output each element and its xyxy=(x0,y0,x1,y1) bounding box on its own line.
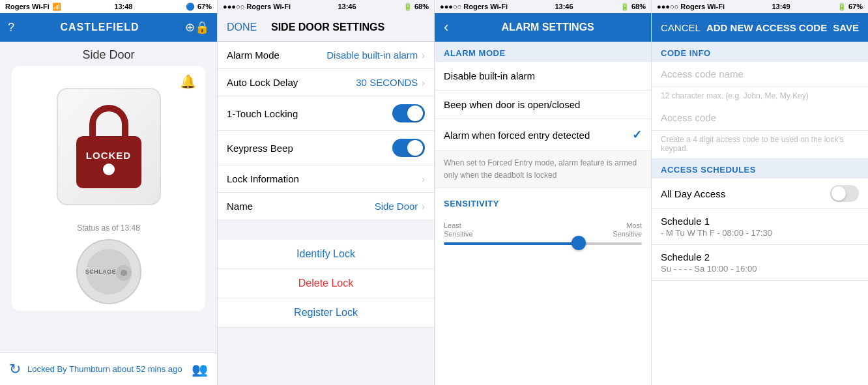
alarm-warning-text: When set to Forced Entry mode, alarm fea… xyxy=(444,158,637,180)
one-touch-item[interactable]: 1-Touch Locking xyxy=(218,96,434,131)
lock-case: LOCKED xyxy=(76,136,141,188)
schedule-2-name: Schedule 2 xyxy=(661,251,859,263)
lock-body: LOCKED xyxy=(76,105,141,188)
access-code-input[interactable] xyxy=(661,112,859,123)
lock-shackle xyxy=(89,105,128,137)
lock-information-item[interactable]: Lock Information › xyxy=(218,165,434,193)
lock-status-text: Locked By Thumbturn about 52 mins ago xyxy=(27,364,185,374)
alarm-option-beep-label: Beep when door is open/closed xyxy=(444,99,642,110)
alarm-mode-value: Disable built-in alarm xyxy=(326,50,418,61)
save-button[interactable]: SAVE xyxy=(833,22,859,33)
cancel-button[interactable]: CANCEL xyxy=(661,22,701,33)
done-button[interactable]: DONE xyxy=(227,21,257,33)
alarm-mode-section-title: ALARM MODE xyxy=(444,48,506,58)
one-touch-label: 1-Touch Locking xyxy=(227,108,392,119)
bell-icon[interactable]: 🔔 xyxy=(180,74,196,89)
refresh-icon[interactable]: ↻ xyxy=(9,361,21,378)
code-info-header: CODE INFO xyxy=(652,42,868,62)
name-item[interactable]: Name Side Door › xyxy=(218,193,434,220)
settings-list: Alarm Mode Disable built-in alarm › Auto… xyxy=(218,42,434,385)
register-lock-button[interactable]: Register Lock xyxy=(218,298,434,328)
keypress-beep-toggle[interactable] xyxy=(392,139,425,157)
schedule-2-detail: Su - - - - Sa 10:00 - 16:00 xyxy=(661,264,859,274)
lock-card: 🔔 LOCKED Status as of 13:48 SCHLAGE xyxy=(12,66,205,311)
locked-label: LOCKED xyxy=(86,150,131,161)
battery-4: 🔋 67% xyxy=(837,3,863,11)
keypad-dot-container xyxy=(116,265,132,281)
time-3: 13:46 xyxy=(555,3,573,10)
panel-side-door-settings: ●●●○○ Rogers Wi-Fi 13:46 🔋 68% DONE SIDE… xyxy=(217,0,434,385)
access-code-name-field[interactable] xyxy=(652,62,868,87)
keypad-brand: SCHLAGE xyxy=(86,249,132,294)
keypress-beep-item[interactable]: Keypress Beep xyxy=(218,131,434,165)
name-value: Side Door xyxy=(375,201,418,212)
time-1: 13:48 xyxy=(114,3,132,10)
bottom-bar: ↻ Locked By Thumbturn about 52 mins ago … xyxy=(0,352,217,385)
access-code-name-input[interactable] xyxy=(661,68,859,79)
status-bar-1: Rogers Wi-Fi 📶 13:48 🔵 67% xyxy=(0,0,217,13)
all-day-access-item[interactable]: All Day Access xyxy=(652,178,868,209)
lock-info-label: Lock Information xyxy=(227,173,422,184)
slider-thumb[interactable] xyxy=(571,236,586,250)
chevron-icon-lockinfo: › xyxy=(422,174,425,184)
code-name-hint: 12 character max. (e.g. John, Me, My Key… xyxy=(652,87,868,106)
people-icon[interactable]: 👥 xyxy=(192,362,208,377)
sensitivity-title: SENSITIVITY xyxy=(444,199,499,208)
alarm-option-forced-label: Alarm when forced entry detected xyxy=(444,130,632,141)
add-code-title: ADD NEW ACCESS CODE xyxy=(706,22,827,33)
alarm-title: ALARM SETTINGS xyxy=(454,21,642,33)
settings-title: SIDE DOOR SETTINGS xyxy=(271,21,384,33)
panel-add-access-code: ●●●○○ Rogers Wi-Fi 13:49 🔋 67% CANCEL AD… xyxy=(651,0,868,385)
access-code-field[interactable] xyxy=(652,106,868,131)
alarm-option-disable[interactable]: Disable built-in alarm xyxy=(435,62,651,91)
bluetooth-icon-1: 🔵 xyxy=(186,3,195,11)
all-day-label: All Day Access xyxy=(661,188,725,199)
status-bar-left: Rogers Wi-Fi 📶 xyxy=(5,3,61,11)
panel-home: Rogers Wi-Fi 📶 13:48 🔵 67% ? CASTLEFIELD… xyxy=(0,0,217,385)
access-schedules-title: ACCESS SCHEDULES xyxy=(661,165,756,175)
alarm-option-forced[interactable]: Alarm when forced entry detected ✓ xyxy=(435,119,651,151)
name-label: Name xyxy=(227,201,375,212)
settings-nav: DONE SIDE DOOR SETTINGS xyxy=(218,13,434,42)
schedule-2-item[interactable]: Schedule 2 Su - - - - Sa 10:00 - 16:00 xyxy=(652,245,868,281)
add-lock-icon[interactable]: ⊕🔒 xyxy=(185,20,209,35)
identify-lock-button[interactable]: Identify Lock xyxy=(218,240,434,269)
status-bar-right-1: 🔵 67% xyxy=(186,3,212,11)
sensitivity-slider[interactable] xyxy=(444,242,642,245)
delete-lock-button[interactable]: Delete Lock xyxy=(218,269,434,298)
wifi-icon-1: 📶 xyxy=(52,3,61,11)
battery-1: 67% xyxy=(197,3,212,10)
auto-lock-label: Auto Lock Delay xyxy=(227,77,356,88)
toggle-knob-2 xyxy=(407,140,423,156)
register-lock-label: Register Lock xyxy=(294,307,358,318)
sensitivity-least: LeastSensitive xyxy=(444,221,473,238)
keypad-dot xyxy=(116,265,132,281)
panel-alarm-settings: ●●●○○ Rogers Wi-Fi 13:46 🔋 68% ‹ ALARM S… xyxy=(434,0,651,385)
auto-lock-item[interactable]: Auto Lock Delay 30 SECONDS › xyxy=(218,69,434,96)
carrier-2: ●●●○○ Rogers Wi-Fi xyxy=(223,3,291,10)
alarm-option-beep[interactable]: Beep when door is open/closed xyxy=(435,91,651,119)
battery-3: 🔋 68% xyxy=(620,3,646,11)
auto-lock-value: 30 SECONDS xyxy=(356,77,418,88)
alarm-option-disable-label: Disable built-in alarm xyxy=(444,70,642,81)
keypad-outer: SCHLAGE xyxy=(76,239,141,304)
carrier-4: ●●●○○ Rogers Wi-Fi xyxy=(657,3,725,10)
alarm-mode-header: ALARM MODE xyxy=(435,42,651,62)
back-button[interactable]: ‹ xyxy=(444,19,448,36)
schedule-1-item[interactable]: Schedule 1 - M Tu W Th F - 08:00 - 17:30 xyxy=(652,209,868,245)
one-touch-toggle[interactable] xyxy=(392,104,425,122)
all-day-toggle[interactable] xyxy=(830,185,859,202)
help-icon[interactable]: ? xyxy=(8,21,14,35)
access-schedules-header: ACCESS SCHEDULES xyxy=(652,158,868,178)
lock-keyhole xyxy=(103,164,115,175)
alarm-nav: ‹ ALARM SETTINGS xyxy=(435,13,651,42)
home-title: CASTLEFIELD xyxy=(60,21,139,33)
code-desc: Create a 4 digit access code to be used … xyxy=(652,131,868,158)
chevron-icon-name: › xyxy=(422,201,425,212)
all-day-knob xyxy=(832,186,846,201)
identify-lock-label: Identify Lock xyxy=(297,248,355,259)
keypress-beep-label: Keypress Beep xyxy=(227,143,392,154)
alarm-mode-item[interactable]: Alarm Mode Disable built-in alarm › xyxy=(218,42,434,69)
chevron-icon-autolock: › xyxy=(422,78,425,88)
status-bar-2: ●●●○○ Rogers Wi-Fi 13:46 🔋 68% xyxy=(218,0,434,13)
